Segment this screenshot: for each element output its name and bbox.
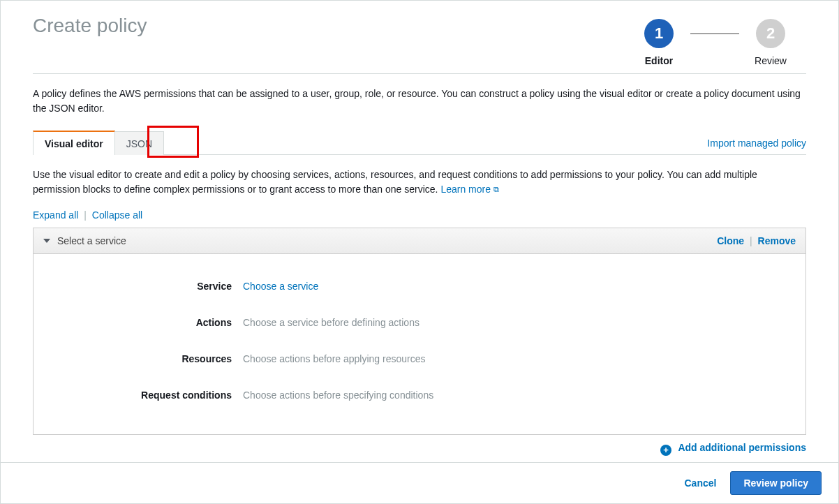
tab-json[interactable]: JSON [114,131,164,155]
step-label: Review [755,55,787,66]
value-resources: Choose actions before applying resources [243,353,426,364]
add-permissions-label: Add additional permissions [678,442,806,453]
panel-title: Select a service [57,235,717,246]
footer: Cancel Review policy [1,462,838,503]
external-link-icon: ⧉ [493,184,499,195]
panel-header[interactable]: Select a service Clone | Remove [34,228,805,254]
divider [33,73,806,74]
review-policy-button[interactable]: Review policy [730,471,822,495]
tab-visual-editor[interactable]: Visual editor [33,131,115,155]
row-actions: Actions Choose a service before defining… [34,304,805,341]
separator: | [84,209,87,221]
page-title: Create policy [33,15,628,37]
tab-description: Use the visual editor to create and edit… [33,155,806,197]
value-actions: Choose a service before defining actions [243,317,420,328]
caret-down-icon [43,239,50,243]
header-row: Create policy 1 Editor 2 Review [33,15,806,66]
panel-actions: Clone | Remove [717,235,796,246]
row-conditions: Request conditions Choose actions before… [34,377,805,413]
learn-more-link[interactable]: Learn more ⧉ [440,184,498,195]
choose-service-link[interactable]: Choose a service [243,281,318,292]
import-managed-policy-link[interactable]: Import managed policy [707,138,806,154]
label-resources: Resources [34,353,243,364]
tab-description-text: Use the visual editor to create and edit… [33,169,757,195]
step-number: 2 [756,19,785,48]
expand-collapse-row: Expand all | Collapse all [33,209,806,221]
value-conditions: Choose actions before specifying conditi… [243,390,433,401]
cancel-button[interactable]: Cancel [684,477,716,489]
row-resources: Resources Choose actions before applying… [34,341,805,377]
label-conditions: Request conditions [34,390,243,401]
plus-circle-icon: + [660,445,671,456]
step-label: Editor [645,55,673,66]
collapse-all-link[interactable]: Collapse all [92,209,142,221]
intro-text: A policy defines the AWS permissions tha… [33,87,806,116]
step-connector [690,34,739,34]
add-permissions-row: + Add additional permissions [33,442,806,456]
panel-body: Service Choose a service Actions Choose … [34,254,805,434]
label-service: Service [34,281,243,292]
add-additional-permissions-link[interactable]: + Add additional permissions [660,442,806,453]
step-number: 1 [644,19,674,48]
permission-block-panel: Select a service Clone | Remove Service … [33,228,806,435]
separator: | [750,235,752,246]
expand-all-link[interactable]: Expand all [33,209,78,221]
step-review[interactable]: 2 Review [739,19,802,66]
row-service: Service Choose a service [34,268,805,304]
step-editor[interactable]: 1 Editor [628,19,690,66]
label-actions: Actions [34,317,243,328]
tabs-row: Visual editor JSON Import managed policy [33,130,806,155]
remove-link[interactable]: Remove [758,235,796,246]
clone-link[interactable]: Clone [717,235,744,246]
wizard-stepper: 1 Editor 2 Review [628,19,802,66]
